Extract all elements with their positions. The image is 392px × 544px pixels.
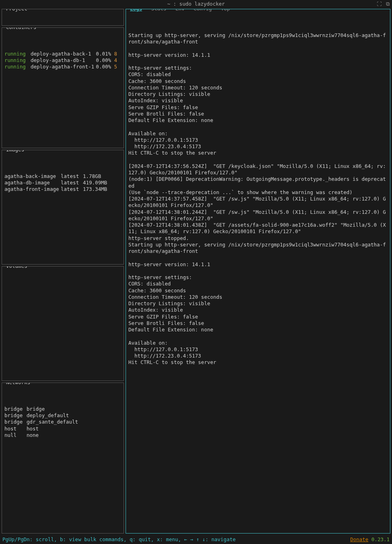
image-row[interactable]: agatha-front-imagelatest173.34MB: [4, 186, 121, 192]
status-bar: PgUp/PgDn: scroll, b: view bulk commands…: [0, 536, 392, 543]
container-status: running: [4, 64, 31, 70]
image-size: 1.78GB: [83, 173, 101, 180]
image-row[interactable]: agatha-db-imagelatest419.09MB: [4, 180, 121, 186]
network-row[interactable]: bridgegdr_sante_default: [4, 419, 121, 425]
version-text: 0.23.1: [371, 536, 390, 542]
panel-title: Volumes: [5, 266, 28, 270]
window-titlebar: ~ : sudo lazydocker ⛶ ⧉: [0, 0, 392, 8]
tab-logs[interactable]: Logs: [130, 9, 142, 12]
container-name: deploy-agatha-front-1: [31, 64, 93, 70]
window-title: ~ : sudo lazydocker: [167, 1, 225, 7]
container-row[interactable]: runningdeploy-agatha-front-10.00%5: [4, 64, 121, 70]
new-window-icon[interactable]: ⧉: [386, 1, 390, 7]
network-name: gdr_sante_default: [27, 419, 78, 425]
tab-env[interactable]: Env: [175, 9, 185, 12]
images-panel[interactable]: Images agatha-back-imagelatest1.78GBagat…: [2, 150, 124, 265]
container-row[interactable]: runningdeploy-agatha-db-10.00%4: [4, 57, 121, 64]
image-size: 419.09MB: [83, 180, 107, 186]
container-status: running: [4, 57, 31, 64]
container-name: deploy-agatha-db-1: [31, 57, 93, 64]
image-name: agatha-back-image: [4, 173, 61, 180]
tab-config[interactable]: Config: [194, 9, 212, 12]
container-cpu: 0.00%: [93, 64, 111, 70]
help-text: PgUp/PgDn: scroll, b: view bulk commands…: [2, 536, 235, 543]
image-name: agatha-db-image: [4, 180, 61, 186]
image-row[interactable]: agatha-back-imagelatest1.78GB: [4, 173, 121, 180]
image-tag: latest: [61, 173, 83, 180]
image-tag: latest: [61, 180, 83, 186]
network-name: none: [27, 432, 39, 439]
network-row[interactable]: bridgebridge: [4, 406, 121, 412]
tab-top[interactable]: Top: [221, 9, 230, 12]
network-name: deploy_default: [27, 412, 69, 419]
network-name: bridge: [27, 406, 45, 412]
container-cpu: 0.00%: [93, 57, 111, 64]
containers-panel[interactable]: Containers runningdeploy-agatha-back-10.…: [2, 27, 124, 148]
logs-content: Starting up http-server, serving /nix/st…: [128, 32, 388, 366]
network-driver: bridge: [4, 419, 27, 425]
container-status: running: [4, 51, 31, 57]
network-row[interactable]: nullnone: [4, 432, 121, 439]
volumes-panel[interactable]: Volumes: [2, 266, 124, 381]
project-panel[interactable]: Project front: [2, 9, 124, 26]
donate-link[interactable]: Donate: [350, 536, 368, 542]
tab-stats[interactable]: Stats: [151, 9, 167, 12]
image-size: 173.34MB: [83, 186, 107, 192]
network-driver: host: [4, 426, 27, 432]
panel-title: Project: [5, 9, 28, 12]
network-driver: bridge: [4, 406, 27, 412]
network-driver: null: [4, 432, 27, 439]
panel-title: Networks: [5, 383, 31, 386]
panel-title: Images: [5, 150, 25, 153]
container-badge: 5: [111, 64, 117, 70]
panel-title: Containers: [5, 27, 37, 31]
container-row[interactable]: runningdeploy-agatha-back-10.01%8: [4, 51, 121, 57]
network-row[interactable]: hosthost: [4, 426, 121, 432]
logs-panel[interactable]: Logs - Stats - Env - Config - Top Starti…: [126, 9, 390, 534]
network-name: host: [27, 426, 39, 432]
maximize-icon[interactable]: ⛶: [377, 1, 382, 7]
container-name: deploy-agatha-back-1: [31, 51, 93, 57]
container-badge: 4: [111, 57, 117, 64]
network-row[interactable]: bridgedeploy_default: [4, 412, 121, 419]
network-driver: bridge: [4, 412, 27, 419]
container-cpu: 0.01%: [93, 51, 111, 57]
logs-tabs[interactable]: Logs - Stats - Env - Config - Top: [129, 9, 231, 12]
image-name: agatha-front-image: [4, 186, 61, 192]
networks-panel[interactable]: Networks bridgebridgebridgedeploy_defaul…: [2, 383, 124, 534]
container-badge: 8: [111, 51, 117, 57]
image-tag: latest: [61, 186, 83, 192]
